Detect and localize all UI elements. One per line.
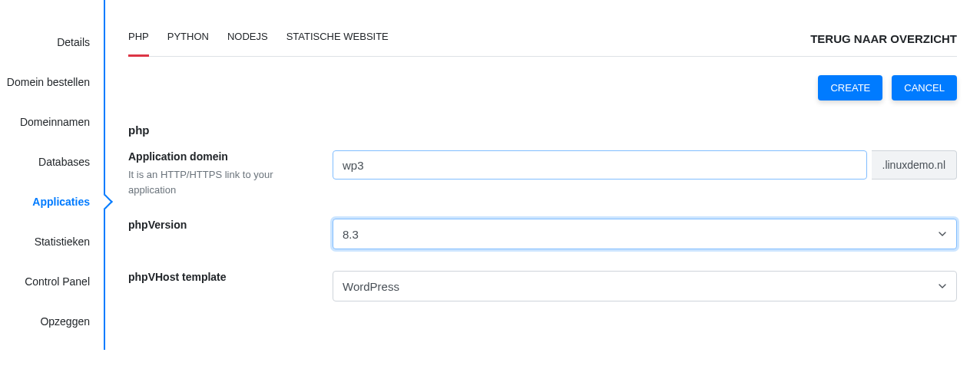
php-version-label: phpVersion: [128, 219, 317, 231]
application-domain-label: Application domein: [128, 150, 317, 163]
sidebar-item-domeinnamen[interactable]: Domeinnamen: [0, 110, 104, 133]
section-title: php: [128, 124, 957, 137]
sidebar-item-domein-bestellen[interactable]: Domein bestellen: [0, 71, 104, 94]
cancel-button[interactable]: CANCEL: [892, 75, 957, 100]
php-version-select[interactable]: 8.3: [333, 219, 957, 249]
sidebar-item-details[interactable]: Details: [0, 31, 104, 54]
application-domain-input[interactable]: [333, 150, 867, 180]
back-to-overview-link[interactable]: TERUG NAAR OVERZICHT: [810, 32, 957, 56]
tab-nodejs[interactable]: NODEJS: [227, 31, 268, 57]
sidebar-item-opzeggen[interactable]: Opzeggen: [0, 310, 104, 333]
php-vhost-select[interactable]: WordPress: [333, 271, 957, 301]
domain-suffix: .linuxdemo.nl: [872, 150, 958, 180]
main-content: PHP PYTHON NODEJS STATISCHE WEBSITE TERU…: [105, 0, 980, 350]
tab-list: PHP PYTHON NODEJS STATISCHE WEBSITE: [128, 31, 389, 56]
create-button[interactable]: CREATE: [818, 75, 882, 100]
sidebar-item-applicaties[interactable]: Applicaties: [0, 190, 104, 213]
application-domain-help: It is an HTTP/HTTPS link to your applica…: [128, 167, 317, 197]
sidebar-item-control-panel[interactable]: Control Panel: [0, 270, 104, 293]
tab-statische-website[interactable]: STATISCHE WEBSITE: [286, 31, 389, 57]
sidebar-item-statistieken[interactable]: Statistieken: [0, 230, 104, 253]
sidebar-item-databases[interactable]: Databases: [0, 150, 104, 173]
sidebar: Details Domein bestellen Domeinnamen Dat…: [0, 0, 105, 350]
php-vhost-label: phpVHost template: [128, 271, 317, 283]
tab-php[interactable]: PHP: [128, 31, 149, 57]
tab-python[interactable]: PYTHON: [167, 31, 209, 57]
